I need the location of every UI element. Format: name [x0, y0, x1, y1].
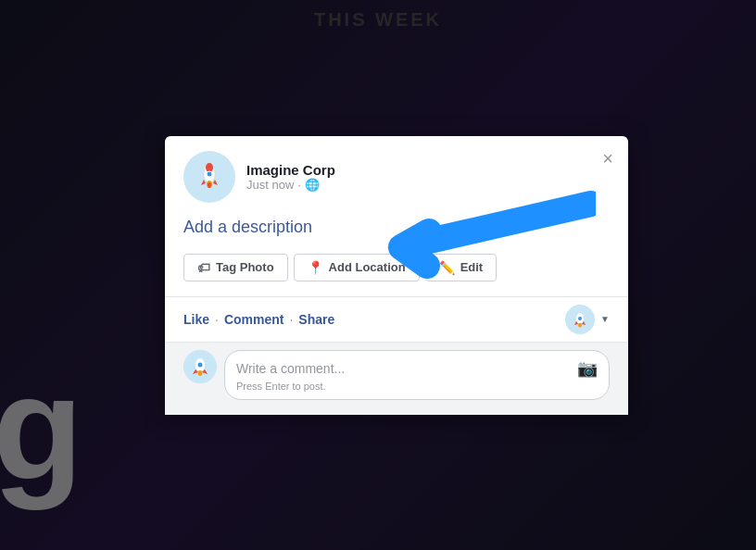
comment-link[interactable]: Comment: [224, 312, 284, 327]
dot-2: ·: [289, 312, 293, 327]
modal-backdrop: ×: [0, 0, 756, 550]
svg-point-20: [198, 370, 203, 376]
dot-1: ·: [215, 312, 219, 327]
comment-hint: Press Enter to post.: [236, 381, 598, 392]
add-description-link[interactable]: Add a description: [165, 214, 331, 254]
tag-photo-label: Tag Photo: [216, 260, 274, 274]
share-link[interactable]: Share: [298, 312, 334, 327]
reaction-right: ▼: [565, 305, 610, 334]
svg-point-8: [208, 182, 211, 188]
post-header: Imagine Corp Just now · 🌐: [165, 136, 628, 214]
globe-icon: 🌐: [305, 178, 320, 192]
comment-area: Write a comment... 📷 Press Enter to post…: [165, 342, 628, 415]
tag-icon: 🏷: [197, 260, 210, 275]
company-name: Imagine Corp: [246, 162, 335, 178]
camera-icon[interactable]: 📷: [577, 358, 598, 379]
post-time: Just now · 🌐: [246, 178, 335, 192]
comment-input-wrapper[interactable]: Write a comment... 📷 Press Enter to post…: [224, 350, 610, 400]
add-location-label: Add Location: [329, 260, 406, 274]
edit-button[interactable]: ✏️ Edit: [425, 254, 498, 281]
dropdown-arrow-icon[interactable]: ▼: [600, 314, 610, 324]
close-button[interactable]: ×: [602, 149, 613, 168]
edit-label: Edit: [460, 260, 484, 274]
svg-point-14: [578, 322, 582, 327]
svg-point-17: [198, 362, 203, 367]
reaction-links: Like · Comment · Share: [183, 312, 334, 327]
action-buttons-row: 🏷 Tag Photo 📍 Add Location ✏️ Edit: [165, 254, 628, 296]
add-location-button[interactable]: 📍 Add Location: [294, 254, 420, 281]
company-avatar: [183, 151, 235, 203]
tag-photo-button[interactable]: 🏷 Tag Photo: [183, 254, 288, 281]
mini-avatar[interactable]: [565, 305, 595, 334]
reactions-row: Like · Comment · Share ▼: [165, 297, 628, 342]
post-meta: Imagine Corp Just now · 🌐: [246, 162, 335, 192]
comment-placeholder: Write a comment...: [236, 361, 577, 376]
location-icon: 📍: [308, 260, 323, 275]
edit-icon: ✏️: [439, 260, 455, 275]
like-link[interactable]: Like: [183, 312, 209, 327]
svg-point-11: [578, 317, 582, 320]
comment-user-avatar: [183, 350, 217, 383]
comment-input-row: Write a comment... 📷: [236, 358, 598, 379]
svg-point-4: [207, 171, 212, 177]
modal-dialog: ×: [165, 136, 628, 415]
